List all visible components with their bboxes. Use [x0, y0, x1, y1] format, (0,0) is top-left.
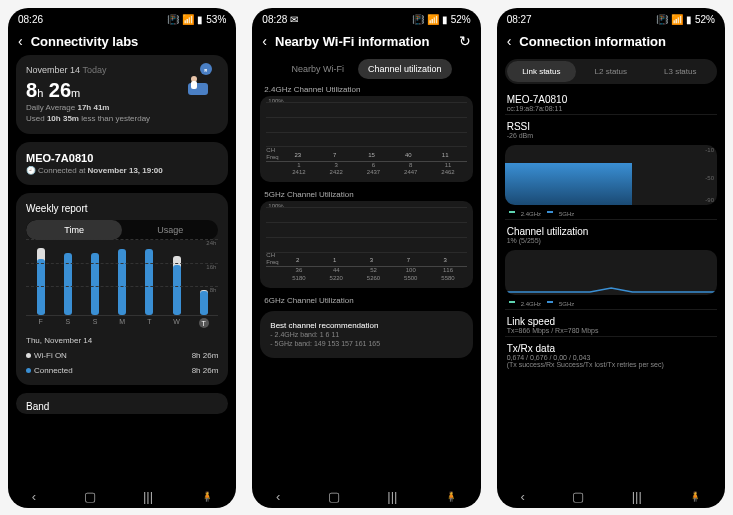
weekly-report-card: Weekly report Time Usage 24h 16h 8h F S: [16, 193, 228, 385]
vibrate-icon: 📳: [167, 14, 179, 25]
header: ‹ Nearby Wi-Fi information ↻: [252, 27, 480, 55]
chutil-chart: [505, 250, 717, 295]
legend-date: Thu, November 14: [26, 336, 218, 345]
status-bar: 08:27 📳 📶 ▮ 52%: [497, 8, 725, 27]
rssi-section: RSSI -26 dBm: [497, 115, 725, 141]
clock-icon: 🕘: [26, 166, 36, 175]
clock: 08:28 ✉: [262, 14, 298, 25]
battery-text: 52%: [695, 14, 715, 25]
nav-home-icon[interactable]: ▢: [572, 489, 584, 504]
chart-5ghz: 100% CHFreq 2 1 3 7 3 365180 445220 5252…: [260, 201, 472, 287]
seg-usage[interactable]: Usage: [122, 220, 218, 240]
nav-accessibility-icon[interactable]: 🧍: [689, 491, 701, 502]
clock: 08:27: [507, 14, 532, 25]
svg-rect-4: [191, 81, 197, 89]
nav-recents-icon[interactable]: |||: [632, 489, 642, 504]
svg-text:⩳: ⩳: [204, 66, 208, 73]
nav-bar: ‹ ▢ ||| 🧍: [8, 481, 236, 508]
nav-bar: ‹ ▢ ||| 🧍: [252, 481, 480, 508]
pill-tabs: Link status L2 status L3 status: [505, 59, 717, 84]
rec-title: Best channel recommendation: [270, 321, 462, 330]
nav-back-icon[interactable]: ‹: [520, 489, 524, 504]
header: ‹ Connectivity labs: [8, 27, 236, 55]
signal-icon: ▮: [442, 14, 448, 25]
back-icon[interactable]: ‹: [262, 33, 267, 49]
sec-24-title: 2.4GHz Channel Utilization: [260, 83, 472, 96]
page-title: Connectivity labs: [31, 34, 139, 49]
battery-text: 53%: [206, 14, 226, 25]
weekly-title: Weekly report: [26, 203, 218, 214]
wifi-icon: 📶: [427, 14, 439, 25]
nav-home-icon[interactable]: ▢: [84, 489, 96, 504]
vibrate-icon: 📳: [412, 14, 424, 25]
back-icon[interactable]: ‹: [18, 33, 23, 49]
sec-6-title: 6GHz Channel Utilization: [260, 294, 472, 307]
back-icon[interactable]: ‹: [507, 33, 512, 49]
nav-accessibility-icon[interactable]: 🧍: [201, 491, 213, 502]
nav-home-icon[interactable]: ▢: [328, 489, 340, 504]
wifi-icon: 📶: [182, 14, 194, 25]
refresh-icon[interactable]: ↻: [459, 33, 471, 49]
header: ‹ Connection information: [497, 27, 725, 55]
nav-accessibility-icon[interactable]: 🧍: [445, 491, 457, 502]
screen-connectivity-labs: 08:26 📳 📶 ▮ 53% ‹ Connectivity labs Nove…: [8, 8, 236, 508]
weekly-bar-chart: 24h 16h 8h: [26, 246, 218, 316]
usage-summary-card: November 14 Today 8h 26m Daily Average 1…: [16, 55, 228, 134]
chutil-section: Channel utilization 1% (5/255): [497, 220, 725, 246]
seg-time[interactable]: Time: [26, 220, 122, 240]
screen-nearby-wifi: 08:28 ✉ 📳 📶 ▮ 52% ‹ Nearby Wi-Fi informa…: [252, 8, 480, 508]
ssid-name: MEO-7A0810: [26, 152, 218, 164]
rssi-chart: -10 -50 -90: [505, 145, 717, 205]
tabs: Nearby Wi-Fi Channel utilization: [252, 55, 480, 83]
segmented-control: Time Usage: [26, 220, 218, 240]
battery-text: 52%: [451, 14, 471, 25]
status-bar: 08:26 📳 📶 ▮ 53%: [8, 8, 236, 27]
wifi-icon: 📶: [671, 14, 683, 25]
recommendation-card: Best channel recommendation - 2.4GHz ban…: [260, 311, 472, 358]
tab-channel-util[interactable]: Channel utilization: [358, 59, 452, 79]
status-bar: 08:28 ✉ 📳 📶 ▮ 52%: [252, 8, 480, 27]
nav-back-icon[interactable]: ‹: [276, 489, 280, 504]
ssid-card[interactable]: MEO-7A0810 🕘 Connected at November 13, 1…: [16, 142, 228, 185]
page-title: Nearby Wi-Fi information: [275, 34, 429, 49]
sec-5-title: 5GHz Channel Utilization: [260, 188, 472, 201]
nav-back-icon[interactable]: ‹: [32, 489, 36, 504]
vibrate-icon: 📳: [656, 14, 668, 25]
ssid-section: MEO-7A0810 cc:19:a8:7a:08:11: [497, 88, 725, 114]
txrx-section: Tx/Rx data 0,674 / 0,676 / 0,00 / 0,043 …: [497, 337, 725, 370]
pill-l3-status[interactable]: L3 status: [646, 61, 715, 82]
nav-bar: ‹ ▢ ||| 🧍: [497, 481, 725, 508]
tab-nearby[interactable]: Nearby Wi-Fi: [281, 59, 354, 79]
linkspeed-section: Link speed Tx=866 Mbps / Rx=780 Mbps: [497, 310, 725, 336]
pill-link-status[interactable]: Link status: [507, 61, 576, 82]
page-title: Connection information: [519, 34, 666, 49]
band-card[interactable]: Band: [16, 393, 228, 414]
rssi-legend: 2.4GHz 5GHz: [497, 209, 725, 219]
illustration-icon: ⩳: [176, 61, 216, 101]
clock: 08:26: [18, 14, 43, 25]
screen-connection-info: 08:27 📳 📶 ▮ 52% ‹ Connection information…: [497, 8, 725, 508]
nav-recents-icon[interactable]: |||: [387, 489, 397, 504]
chart-24ghz: 100% CHFreq 23 7 15 40 11 12412 32422 62…: [260, 96, 472, 182]
signal-icon: ▮: [686, 14, 692, 25]
signal-icon: ▮: [197, 14, 203, 25]
chutil-legend: 2.4GHz 5GHz: [497, 299, 725, 309]
nav-recents-icon[interactable]: |||: [143, 489, 153, 504]
pill-l2-status[interactable]: L2 status: [576, 61, 645, 82]
